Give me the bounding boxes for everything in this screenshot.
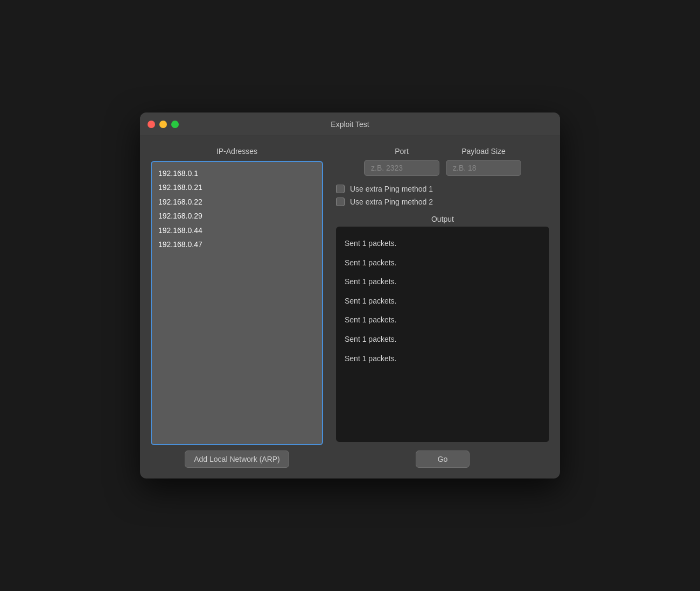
ping-method-2-checkbox[interactable] bbox=[336, 198, 345, 206]
right-panel: Port Payload Size Use extra Ping method … bbox=[336, 147, 549, 468]
output-box: Sent 1 packets.Sent 1 packets.Sent 1 pac… bbox=[336, 227, 549, 442]
ping-method-1-checkbox[interactable] bbox=[336, 185, 345, 193]
go-button[interactable]: Go bbox=[416, 451, 470, 468]
checkbox-row-2[interactable]: Use extra Ping method 2 bbox=[336, 198, 549, 206]
maximize-button[interactable] bbox=[171, 121, 179, 128]
port-input[interactable] bbox=[364, 160, 439, 176]
output-section: Output Sent 1 packets.Sent 1 packets.Sen… bbox=[336, 215, 549, 442]
list-item[interactable]: 192.168.0.22 bbox=[156, 195, 318, 209]
output-label: Output bbox=[336, 215, 549, 223]
ping-method-2-label: Use extra Ping method 2 bbox=[350, 198, 433, 206]
ip-addresses-label: IP-Adresses bbox=[151, 147, 323, 156]
payload-label: Payload Size bbox=[461, 147, 506, 156]
checkbox-row-1[interactable]: Use extra Ping method 1 bbox=[336, 185, 549, 193]
list-item[interactable]: 192.168.0.47 bbox=[156, 237, 318, 251]
payload-input[interactable] bbox=[446, 160, 521, 176]
list-item: Sent 1 packets. bbox=[345, 292, 541, 311]
window-title: Exploit Test bbox=[331, 120, 369, 129]
content-area: IP-Adresses 192.168.0.1192.168.0.21192.1… bbox=[140, 136, 560, 479]
minimize-button[interactable] bbox=[159, 121, 167, 128]
add-local-network-button[interactable]: Add Local Network (ARP) bbox=[185, 451, 289, 468]
checkboxes-group: Use extra Ping method 1 Use extra Ping m… bbox=[336, 182, 549, 208]
close-button[interactable] bbox=[148, 121, 155, 128]
list-item: Sent 1 packets. bbox=[345, 254, 541, 273]
main-window: Exploit Test IP-Adresses 192.168.0.1192.… bbox=[140, 112, 560, 479]
list-item[interactable]: 192.168.0.21 bbox=[156, 180, 318, 194]
left-panel: IP-Adresses 192.168.0.1192.168.0.21192.1… bbox=[151, 147, 323, 468]
list-item: Sent 1 packets. bbox=[345, 311, 541, 330]
ping-method-1-label: Use extra Ping method 1 bbox=[350, 185, 433, 193]
go-button-row: Go bbox=[336, 448, 549, 468]
port-field-group: Port bbox=[364, 147, 439, 176]
titlebar: Exploit Test bbox=[140, 112, 560, 136]
list-item[interactable]: 192.168.0.29 bbox=[156, 209, 318, 223]
list-item: Sent 1 packets. bbox=[345, 272, 541, 292]
port-payload-row: Port Payload Size bbox=[336, 147, 549, 176]
ip-list[interactable]: 192.168.0.1192.168.0.21192.168.0.22192.1… bbox=[151, 161, 323, 445]
list-item[interactable]: 192.168.0.1 bbox=[156, 166, 318, 180]
list-item: Sent 1 packets. bbox=[345, 349, 541, 369]
list-item: Sent 1 packets. bbox=[345, 234, 541, 254]
port-label: Port bbox=[395, 147, 409, 156]
payload-field-group: Payload Size bbox=[446, 147, 521, 176]
list-item: Sent 1 packets. bbox=[345, 330, 541, 349]
list-item[interactable]: 192.168.0.44 bbox=[156, 223, 318, 237]
traffic-lights bbox=[148, 121, 179, 128]
